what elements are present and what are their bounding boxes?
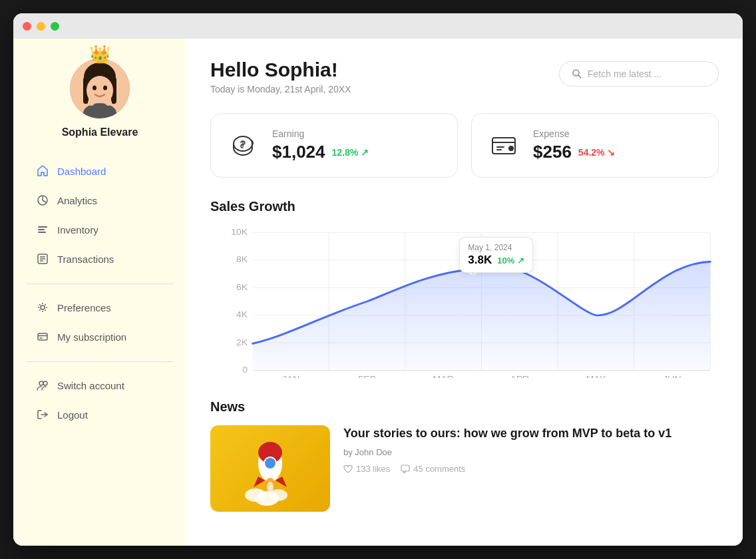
sidebar: 👑 <box>13 39 186 546</box>
sidebar-item-preferences[interactable]: Preferences <box>27 293 173 321</box>
sidebar-item-switch-account[interactable]: Switch account <box>27 371 173 399</box>
main-header: Hello Sophia! Today is Monday, 21st Apri… <box>210 59 719 94</box>
svg-point-6 <box>103 86 107 91</box>
sidebar-item-label-inventory: Inventory <box>57 224 98 236</box>
stat-info-expense: Expense $256 54.2% ↘ <box>533 128 615 162</box>
svg-text:2K: 2K <box>236 337 248 347</box>
sidebar-item-subscription[interactable]: My subscription <box>27 323 173 351</box>
subscription-icon <box>36 330 49 343</box>
chart-svg: 0 2K 4K 6K 8K 10K JAN FEB MAR APR MAY JU… <box>210 225 719 378</box>
stat-change-earning: 12.8% ↗ <box>332 147 369 158</box>
svg-point-60 <box>468 265 478 274</box>
sidebar-item-label-logout: Logout <box>57 409 88 421</box>
svg-text:FEB: FEB <box>358 374 376 378</box>
news-content: Your stories to ours: how we grow from M… <box>343 425 719 474</box>
nav-section-settings: Preferences My subscription <box>13 293 186 352</box>
sidebar-item-logout[interactable]: Logout <box>27 401 173 429</box>
svg-rect-11 <box>38 226 47 228</box>
svg-rect-13 <box>38 232 46 233</box>
svg-text:JUN: JUN <box>663 374 681 378</box>
sidebar-item-label-transactions: Transactions <box>57 254 114 265</box>
sidebar-item-label-subscription: My subscription <box>57 331 126 343</box>
svg-text:JAN: JAN <box>282 374 299 378</box>
nav-section-main: Dashboard Analytics <box>13 157 186 274</box>
maximize-button[interactable] <box>51 22 59 31</box>
stat-value-row-expense: $256 54.2% ↘ <box>533 142 615 162</box>
sidebar-item-label-analytics: Analytics <box>57 195 97 206</box>
svg-text:8K: 8K <box>236 255 248 264</box>
preferences-icon <box>36 301 49 314</box>
search-bar[interactable]: Fetch me latest ... <box>559 61 719 87</box>
crown-icon: 👑 <box>89 44 110 65</box>
user-name: Sophia Elevare <box>62 126 138 138</box>
divider-2 <box>27 361 173 362</box>
app-window: 👑 <box>13 13 743 546</box>
svg-point-70 <box>269 489 287 501</box>
expense-icon <box>488 129 521 162</box>
svg-rect-12 <box>38 229 45 230</box>
stat-change-expense: 54.2% ↘ <box>578 147 616 158</box>
news-author: by John Doe <box>343 447 719 457</box>
svg-point-8 <box>88 99 94 106</box>
svg-point-18 <box>41 305 45 309</box>
heart-icon <box>343 465 353 474</box>
chart-container: May 1, 2024 3.8K 10% ↗ <box>210 225 719 378</box>
stat-amount-earning: $1,024 <box>272 142 325 162</box>
search-placeholder: Fetch me latest ... <box>588 69 662 79</box>
search-icon <box>572 69 582 79</box>
avatar-container: 👑 <box>70 59 130 118</box>
news-section: News <box>210 399 719 512</box>
svg-rect-31 <box>492 138 515 154</box>
svg-rect-71 <box>401 465 409 471</box>
transactions-icon <box>36 252 49 266</box>
titlebar <box>13 13 743 39</box>
main-content: Hello Sophia! Today is Monday, 21st Apri… <box>186 39 743 546</box>
sidebar-item-label-dashboard: Dashboard <box>57 166 106 177</box>
comment-icon <box>401 465 410 474</box>
switch-account-icon <box>36 379 49 392</box>
news-image <box>210 425 330 512</box>
inventory-icon <box>36 223 49 236</box>
stat-amount-expense: $256 <box>533 142 572 162</box>
svg-text:6K: 6K <box>236 282 248 291</box>
sidebar-item-dashboard[interactable]: Dashboard <box>27 157 173 185</box>
svg-rect-19 <box>38 333 47 340</box>
greeting-title: Hello Sophia! <box>210 59 351 81</box>
stat-label-expense: Expense <box>533 128 615 139</box>
sidebar-item-analytics[interactable]: Analytics <box>27 186 173 214</box>
avatar <box>70 59 130 118</box>
svg-text:APR: APR <box>510 374 529 378</box>
sidebar-item-label-preferences: Preferences <box>57 302 111 313</box>
sidebar-item-transactions[interactable]: Transactions <box>27 245 173 273</box>
news-title: News <box>210 399 719 415</box>
svg-point-23 <box>43 381 47 385</box>
nav-section-account: Switch account Logout <box>13 371 186 430</box>
svg-text:10K: 10K <box>231 228 248 237</box>
chart-section: Sales Growth May 1, 2024 3.8K 10% ↗ <box>210 199 719 378</box>
greeting-date: Today is Monday, 21st April, 20XX <box>210 84 351 94</box>
greeting: Hello Sophia! Today is Monday, 21st Apri… <box>210 59 351 94</box>
sidebar-item-inventory[interactable]: Inventory <box>27 216 173 244</box>
svg-text:MAY: MAY <box>586 374 606 378</box>
svg-point-22 <box>39 381 43 385</box>
stat-card-earning: Earning $1,024 12.8% ↗ <box>210 113 458 178</box>
earning-icon <box>227 129 260 162</box>
svg-point-63 <box>264 457 276 469</box>
svg-text:0: 0 <box>242 365 248 375</box>
news-card: Your stories to ours: how we grow from M… <box>210 425 719 512</box>
stat-label-earning: Earning <box>272 128 369 139</box>
analytics-icon <box>36 194 49 207</box>
sidebar-item-label-switch: Switch account <box>57 380 124 391</box>
stat-value-row-earning: $1,024 12.8% ↗ <box>272 142 369 162</box>
svg-text:MAR: MAR <box>433 374 454 378</box>
svg-line-26 <box>578 75 581 78</box>
close-button[interactable] <box>23 22 31 31</box>
stat-info-earning: Earning $1,024 12.8% ↗ <box>272 128 369 162</box>
news-headline: Your stories to ours: how we grow from M… <box>343 425 719 442</box>
svg-point-35 <box>508 146 514 151</box>
minimize-button[interactable] <box>37 22 45 31</box>
news-likes: 133 likes <box>343 464 390 474</box>
stat-card-expense: Expense $256 54.2% ↘ <box>471 113 719 178</box>
home-icon <box>36 164 49 178</box>
logout-icon <box>36 408 49 421</box>
